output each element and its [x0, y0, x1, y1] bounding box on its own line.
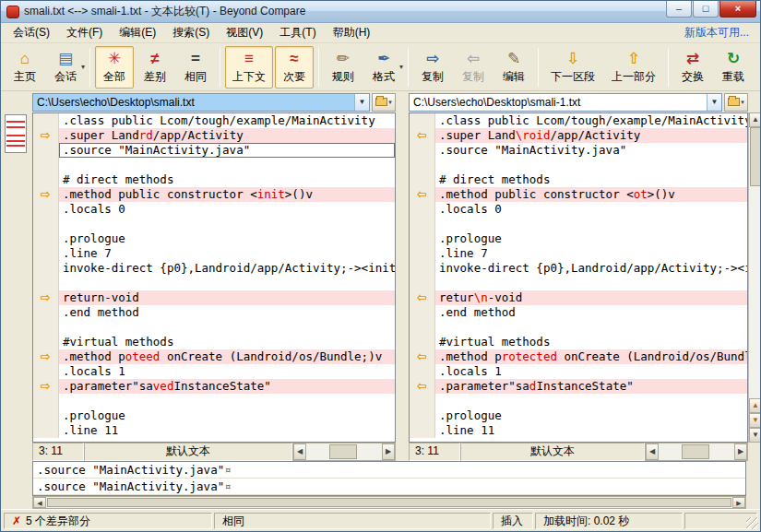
chevron-down-icon[interactable]: ▾: [81, 63, 85, 71]
close-button[interactable]: ×: [719, 1, 756, 18]
diff-arrow-left-icon[interactable]: ⇦: [410, 128, 435, 143]
diff-arrow-left-icon[interactable]: ⇦: [410, 349, 435, 364]
diff-arrow-left-icon[interactable]: ⇦: [410, 290, 435, 305]
swap-button[interactable]: ⇄交换: [673, 46, 712, 89]
left-file-path[interactable]: C:\Users\echo\Desktop\smali.txt: [33, 94, 354, 111]
code-line[interactable]: ⇨.parameter"savedInstanceState": [33, 379, 395, 394]
code-line[interactable]: [410, 320, 747, 335]
next-difference-icon[interactable]: ▼: [749, 413, 760, 428]
right-browse-button[interactable]: ▾: [724, 93, 748, 112]
code-line[interactable]: .end method: [410, 305, 747, 320]
right-file-path[interactable]: C:\Users\echo\Desktop\smali-1.txt: [410, 94, 707, 111]
chevron-down-icon[interactable]: ▼: [354, 94, 369, 111]
code-line[interactable]: .line 7: [33, 246, 395, 261]
code-line[interactable]: [410, 394, 747, 408]
code-line[interactable]: #virtual methods: [33, 335, 395, 349]
code-line[interactable]: [33, 276, 395, 290]
copy-to-left-button[interactable]: ⇦复制: [454, 46, 493, 89]
chevron-down-icon[interactable]: ▾: [388, 99, 392, 106]
diff-arrow-right-icon[interactable]: ⇨: [33, 290, 59, 305]
right-horizontal-scrollbar[interactable]: ◀ ▶: [645, 443, 748, 461]
reload-button[interactable]: ↻重载: [714, 46, 753, 89]
scroll-right-icon[interactable]: ▶: [732, 497, 745, 508]
code-line[interactable]: invoke-direct {p0},Landroid/app/Activity…: [410, 261, 747, 276]
right-format-label[interactable]: 默认文本: [460, 443, 645, 461]
ignore-minor-button[interactable]: ≈次要: [275, 46, 314, 89]
code-line[interactable]: ⇦.parameter"sadInstanceState": [410, 379, 747, 394]
code-line[interactable]: .line 11: [33, 423, 395, 438]
previous-section-button[interactable]: ⇧上一部分: [604, 46, 663, 89]
minimize-button[interactable]: –: [666, 1, 692, 18]
code-line[interactable]: ⇦.method protected onCreate (Landroid/os…: [410, 349, 747, 364]
copy-to-right-button[interactable]: ⇨复制: [413, 46, 452, 89]
diff-arrow-right-icon[interactable]: ⇨: [33, 128, 59, 143]
left-horizontal-scrollbar[interactable]: ◀ ▶: [292, 443, 396, 461]
code-line[interactable]: .class public Lcom/tough/example/MainAct…: [410, 113, 747, 128]
pane-splitter[interactable]: [396, 112, 409, 443]
show-differences-button[interactable]: ≠差别: [136, 46, 174, 89]
show-context-button[interactable]: ≡上下文: [225, 46, 273, 89]
scrollbar-track[interactable]: [659, 443, 734, 460]
update-available-link[interactable]: 新版本可用...: [684, 25, 756, 41]
code-line[interactable]: .source "MainActivity.java": [410, 143, 747, 158]
menu-help[interactable]: 帮助(H): [325, 23, 379, 42]
scrollbar-thumb[interactable]: [47, 498, 731, 507]
home-button[interactable]: ⌂主页: [6, 46, 44, 89]
detail-line[interactable]: .source "MainActivity.java"¤: [33, 462, 745, 479]
session-button[interactable]: ▤会话▾: [46, 46, 85, 89]
code-line[interactable]: .line 7: [410, 246, 747, 261]
code-line[interactable]: .locals 1: [410, 364, 747, 379]
code-line[interactable]: ⇦.super Land\roid/app/Activity: [410, 128, 747, 143]
rules-button[interactable]: ✏规则: [324, 46, 363, 89]
left-file-pane[interactable]: .class public Lcom/tough/example/MainAct…: [32, 112, 396, 443]
left-format-label[interactable]: 默认文本: [84, 443, 292, 461]
code-line[interactable]: .line 11: [410, 423, 747, 438]
code-line[interactable]: [33, 217, 395, 231]
code-line[interactable]: #virtual methods: [410, 335, 747, 349]
scroll-up-icon[interactable]: ▲: [749, 112, 760, 127]
code-line[interactable]: # direct methods: [410, 172, 747, 187]
code-line[interactable]: ⇨.super Landrd/app/Activity: [33, 128, 395, 143]
code-line[interactable]: .prologue: [33, 231, 395, 246]
format-button[interactable]: ✒格式▾: [364, 46, 403, 89]
code-line[interactable]: ⇨return-void: [33, 290, 395, 305]
chevron-down-icon[interactable]: ▾: [399, 63, 403, 71]
title-bar[interactable]: smali.txt <--> smali-1.txt - 文本比较(T) - B…: [1, 1, 760, 23]
scrollbar-track[interactable]: [306, 443, 382, 460]
code-line[interactable]: ⇦retur\n-void: [410, 290, 747, 305]
code-line[interactable]: # direct methods: [33, 172, 395, 187]
right-file-path-combo[interactable]: C:\Users\echo\Desktop\smali-1.txt ▼: [409, 93, 722, 112]
code-line[interactable]: [33, 320, 395, 335]
vertical-scrollbar-thumb[interactable]: [750, 127, 760, 186]
code-line[interactable]: [33, 394, 395, 408]
vertical-scrollbar[interactable]: ▲ ▲ ▼ ▼: [748, 112, 760, 443]
code-line[interactable]: .prologue: [33, 408, 395, 423]
show-same-button[interactable]: =相同: [176, 46, 215, 89]
code-line[interactable]: .locals 1: [33, 364, 395, 379]
chevron-down-icon[interactable]: ▾: [741, 99, 744, 106]
menu-view[interactable]: 视图(V): [218, 23, 271, 42]
diff-arrow-left-icon[interactable]: ⇦: [410, 379, 435, 394]
code-line[interactable]: .source "MainActivity.java": [33, 143, 395, 158]
diff-arrow-right-icon[interactable]: ⇨: [33, 187, 59, 202]
menu-file[interactable]: 文件(F): [58, 23, 111, 42]
left-browse-button[interactable]: ▾: [372, 93, 396, 112]
menu-session[interactable]: 会话(S): [5, 23, 58, 42]
scroll-left-icon[interactable]: ◀: [293, 443, 306, 460]
show-all-button[interactable]: ✳全部: [95, 46, 134, 89]
code-line[interactable]: [410, 276, 747, 290]
menu-search[interactable]: 搜索(S): [164, 23, 218, 42]
resize-grip[interactable]: [746, 517, 758, 529]
code-line[interactable]: [33, 158, 395, 172]
code-line[interactable]: .locals 0: [33, 202, 395, 217]
bottom-horizontal-scrollbar[interactable]: ◀ ▶: [32, 496, 746, 509]
code-line[interactable]: [410, 217, 747, 231]
edit-button[interactable]: ✎编辑: [494, 46, 533, 89]
scroll-down-icon[interactable]: ▼: [749, 428, 760, 443]
diff-arrow-left-icon[interactable]: ⇦: [410, 187, 435, 202]
diff-arrow-right-icon[interactable]: ⇨: [33, 379, 59, 394]
overview-thumbnail[interactable]: [5, 114, 27, 153]
menu-edit[interactable]: 编辑(E): [111, 23, 164, 42]
code-line[interactable]: .prologue: [410, 408, 747, 423]
code-line[interactable]: .prologue: [410, 231, 747, 246]
